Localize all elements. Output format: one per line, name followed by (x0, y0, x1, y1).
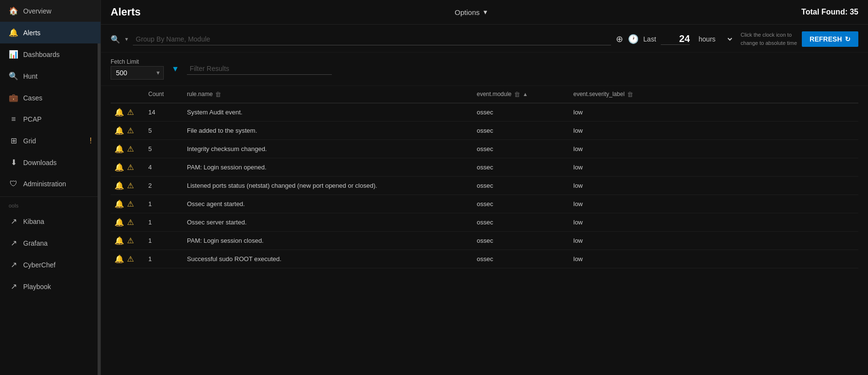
sidebar-item-label: Cases (23, 94, 43, 102)
sidebar-item-label: Overview (23, 7, 51, 15)
time-hint-line2: change to absolute time (740, 40, 797, 47)
table-row: 🔔 ⚠ 1 Ossec server started. ossec low (111, 213, 858, 231)
row-count: 5 (144, 121, 183, 139)
search-bar: 🔍 ▾ ⊕ 🕐 Last secondsminuteshoursdays Cli… (101, 25, 868, 53)
downloads-icon: ⬇ (9, 158, 18, 167)
row-icons-cell: 🔔 ⚠ (111, 158, 144, 176)
row-severity: low (569, 194, 858, 213)
sidebar-item-grafana[interactable]: ↗ Grafana (0, 232, 100, 254)
sidebar-tools-label: ools (0, 199, 100, 210)
sidebar-item-kibana[interactable]: ↗ Kibana (0, 210, 100, 232)
sidebar-item-label: Dashboards (23, 51, 60, 58)
sidebar-item-hunt[interactable]: 🔍 Hunt (0, 65, 100, 87)
table-header-row: Count rule.name 🗑 event.module 🗑 ▲ (111, 86, 858, 103)
row-count: 1 (144, 213, 183, 231)
th-severity-trash[interactable]: 🗑 (627, 91, 633, 98)
row-severity: low (569, 103, 858, 121)
sidebar-item-alerts[interactable]: 🔔 Alerts (0, 22, 100, 43)
row-event-module: ossec (473, 250, 569, 268)
sidebar-item-label: Alerts (23, 29, 41, 37)
time-hint-line1: Click the clock icon to (740, 31, 797, 39)
refresh-label: REFRESH (810, 35, 842, 43)
row-rule-name: Ossec agent started. (183, 194, 473, 213)
search-dropdown-arrow[interactable]: ▾ (125, 36, 128, 42)
row-rule-name: System Audit event. (183, 103, 473, 121)
sidebar-item-grid[interactable]: ⊞ Grid ! (0, 130, 100, 152)
sidebar-item-dashboards[interactable]: 📊 Dashboards (0, 43, 100, 65)
grid-icon: ⊞ (9, 136, 18, 145)
row-severity: low (569, 231, 858, 250)
row-severity: low (569, 121, 858, 139)
table-row: 🔔 ⚠ 1 PAM: Login session closed. ossec l… (111, 231, 858, 250)
th-count: Count (144, 86, 183, 103)
search-input[interactable] (133, 33, 611, 45)
row-icons-cell: 🔔 ⚠ (111, 213, 144, 231)
row-count: 1 (144, 250, 183, 268)
row-rule-name: File added to the system. (183, 121, 473, 139)
sidebar-item-overview[interactable]: 🏠 Overview (0, 0, 100, 22)
warning-icon: ⚠ (127, 144, 134, 153)
table-row: 🔔 ⚠ 14 System Audit event. ossec low (111, 103, 858, 121)
th-event-module-trash[interactable]: 🗑 (514, 91, 520, 98)
row-rule-name: Ossec server started. (183, 213, 473, 231)
row-icons-cell: 🔔 ⚠ (111, 103, 144, 121)
sidebar-item-label: Grid (23, 137, 36, 145)
clock-icon[interactable]: 🕐 (628, 34, 639, 44)
fetch-limit-label: Fetch Limit (111, 58, 162, 65)
row-icons-cell: 🔔 ⚠ (111, 139, 144, 158)
fetch-limit-select[interactable]: 100500100020005000 (111, 66, 164, 80)
sidebar-item-label: Downloads (23, 159, 57, 167)
warning-icon: ⚠ (127, 126, 134, 135)
sidebar-item-administration[interactable]: 🛡 Administration (0, 173, 100, 194)
bell-icon: 🔔 (114, 108, 124, 117)
time-value-input[interactable] (661, 33, 690, 45)
warning-icon: ⚠ (127, 181, 134, 190)
row-icons-cell: 🔔 ⚠ (111, 250, 144, 268)
options-button[interactable]: Options ▾ (449, 5, 493, 19)
search-icon: 🔍 (111, 35, 120, 44)
bell-icon: 🔔 (114, 218, 124, 227)
row-severity: low (569, 176, 858, 194)
th-rule-name: rule.name 🗑 (183, 86, 473, 103)
table-wrap: Count rule.name 🗑 event.module 🗑 ▲ (101, 86, 868, 375)
row-icons-cell: 🔔 ⚠ (111, 121, 144, 139)
refresh-button[interactable]: REFRESH ↻ (802, 31, 858, 47)
sidebar-item-cyberchef[interactable]: ↗ CyberChef (0, 254, 100, 276)
table-row: 🔔 ⚠ 2 Listened ports status (netstat) ch… (111, 176, 858, 194)
table-row: 🔔 ⚠ 1 Ossec agent started. ossec low (111, 194, 858, 213)
filter-input[interactable] (187, 63, 332, 75)
th-event-module-sort[interactable]: ▲ (523, 91, 528, 97)
table-row: 🔔 ⚠ 1 Successful sudo ROOT executed. oss… (111, 250, 858, 268)
sidebar-item-cases[interactable]: 💼 Cases (0, 87, 100, 109)
th-count-label: Count (148, 91, 164, 97)
chevron-down-icon: ▾ (484, 8, 487, 16)
row-severity: low (569, 139, 858, 158)
sidebar-item-label: Playbook (23, 283, 51, 291)
time-unit-select[interactable]: secondsminuteshoursdays (695, 34, 734, 44)
total-found: Total Found: 35 (801, 8, 858, 16)
row-rule-name: Integrity checksum changed. (183, 139, 473, 158)
warning-icon: ⚠ (127, 218, 134, 227)
warning-icon: ⚠ (127, 108, 134, 117)
row-icons-cell: 🔔 ⚠ (111, 231, 144, 250)
filter-icon: ▼ (171, 65, 179, 73)
sidebar-item-playbook[interactable]: ↗ Playbook (0, 276, 100, 297)
th-severity: event.severity_label 🗑 (569, 86, 858, 103)
table-row: 🔔 ⚠ 5 File added to the system. ossec lo… (111, 121, 858, 139)
row-rule-name: Successful sudo ROOT executed. (183, 250, 473, 268)
th-rule-name-trash[interactable]: 🗑 (215, 91, 221, 98)
row-rule-name: PAM: Login session opened. (183, 158, 473, 176)
sidebar-item-downloads[interactable]: ⬇ Downloads (0, 152, 100, 173)
row-severity: low (569, 213, 858, 231)
warning-icon: ⚠ (127, 254, 134, 264)
alerts-table: Count rule.name 🗑 event.module 🗑 ▲ (111, 86, 858, 268)
target-icon[interactable]: ⊕ (616, 34, 623, 44)
row-severity: low (569, 158, 858, 176)
main-content: Alerts Options ▾ Total Found: 35 🔍 ▾ ⊕ 🕐… (101, 0, 868, 375)
last-label: Last (643, 35, 656, 43)
sidebar-item-label: Kibana (23, 218, 44, 225)
row-count: 14 (144, 103, 183, 121)
dashboards-icon: 📊 (9, 50, 18, 59)
sidebar-item-pcap[interactable]: ≡ PCAP (0, 109, 100, 130)
warning-icon: ⚠ (127, 163, 134, 172)
